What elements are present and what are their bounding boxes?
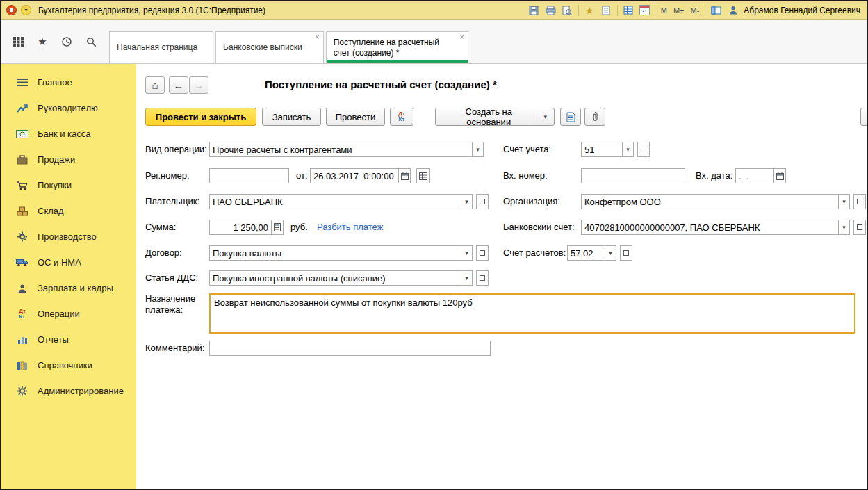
tab-home[interactable]: Начальная страница <box>109 31 213 63</box>
sections-sidebar: Главное Руководителю Банк и касса Продаж… <box>1 64 136 490</box>
payment-purpose-field[interactable]: Возврат неиспользованной суммы от покупк… <box>209 293 855 334</box>
bank-account-choose-button[interactable] <box>853 220 866 235</box>
payer-choose-button[interactable] <box>476 194 489 209</box>
split-payment-link[interactable]: Разбить платеж <box>317 220 383 235</box>
favorites-icon[interactable]: ★ <box>36 35 49 48</box>
incoming-number-input[interactable] <box>581 168 685 183</box>
user-name: Абрамов Геннадий Сергеевич <box>744 6 860 15</box>
cash-flow-item-choose-button[interactable] <box>476 270 489 286</box>
windows-icon[interactable] <box>710 5 722 16</box>
sidebar-item-warehouse[interactable]: Склад <box>1 198 136 224</box>
memory-m-plus-button[interactable]: М+ <box>673 6 685 15</box>
settlement-account-dropdown-icon[interactable]: ▾ <box>605 245 616 261</box>
form-area: ⌂ ← → Поступление на расчетный счет (соз… <box>136 64 868 490</box>
payer-input[interactable] <box>209 194 461 209</box>
incoming-date-calendar-button[interactable] <box>773 168 786 183</box>
payer-dropdown-icon[interactable]: ▾ <box>461 194 473 209</box>
contract-input[interactable] <box>209 245 461 261</box>
gear-factory-icon <box>15 231 30 242</box>
bank-account-dropdown-icon[interactable]: ▾ <box>838 220 850 235</box>
account-choose-button[interactable] <box>637 142 650 157</box>
sidebar-item-bank-cash[interactable]: Банк и касса <box>1 121 136 147</box>
create-based-on-button[interactable]: Создать на основании▾ <box>435 108 555 126</box>
date-calendar-button[interactable] <box>398 168 411 183</box>
debit-credit-icon: ДтКт <box>15 309 30 320</box>
sidebar-item-fixed-assets[interactable]: ОС и НМА <box>1 250 136 275</box>
organization-choose-button[interactable] <box>853 194 866 209</box>
home-button[interactable]: ⌂ <box>145 76 165 94</box>
sidebar-item-production[interactable]: Производство <box>1 224 136 250</box>
contract-dropdown-icon[interactable]: ▾ <box>461 245 473 261</box>
account-dropdown-icon[interactable]: ▾ <box>622 142 634 157</box>
sidebar-item-label: Продажи <box>38 154 75 165</box>
memory-m-minus-button[interactable]: М- <box>689 6 700 15</box>
settlement-account-input[interactable] <box>567 245 605 261</box>
tab-label: Начальная страница <box>117 42 197 53</box>
settlement-account-choose-button[interactable] <box>620 245 632 261</box>
account-input[interactable] <box>581 142 623 157</box>
person-icon <box>15 284 30 293</box>
banknote-icon <box>15 130 30 138</box>
save-icon[interactable] <box>528 5 540 16</box>
report-button[interactable] <box>560 108 581 126</box>
post-and-close-button[interactable]: Провести и закрыть <box>145 108 256 126</box>
notes-icon[interactable] <box>600 5 612 16</box>
show-postings-button[interactable]: ДтКт <box>390 108 413 126</box>
forward-button[interactable]: → <box>189 76 208 94</box>
tab-receipt-to-account[interactable]: Поступление на расчетный счет (создание)… <box>326 31 468 63</box>
amount-input[interactable] <box>209 220 272 235</box>
print-icon[interactable] <box>545 5 557 16</box>
currency-label: руб. <box>290 220 308 235</box>
sections-menu-icon[interactable] <box>12 35 24 48</box>
app-icon[interactable] <box>6 5 17 15</box>
print-preview-icon[interactable] <box>562 5 573 16</box>
grid-icon <box>419 172 427 180</box>
reg-number-input[interactable] <box>209 168 289 183</box>
main-menu-icon[interactable]: ▾ <box>21 5 31 15</box>
sidebar-item-label: Покупки <box>38 180 72 190</box>
sidebar-item-main[interactable]: Главное <box>1 70 136 95</box>
attachments-button[interactable] <box>584 108 605 126</box>
sidebar-item-sales[interactable]: Продажи <box>1 147 136 172</box>
close-icon[interactable]: × <box>315 33 319 41</box>
account-label: Счет учета: <box>503 142 551 157</box>
sidebar-item-purchases[interactable]: Покупки <box>1 172 136 198</box>
document-icon <box>566 112 575 122</box>
favorites-star-icon[interactable]: ★ <box>584 5 596 16</box>
write-button[interactable]: Записать <box>262 108 321 126</box>
calendar-icon[interactable]: 31 <box>639 5 650 15</box>
memory-m-button[interactable]: М <box>660 6 668 15</box>
close-icon[interactable]: × <box>459 33 464 41</box>
cash-flow-item-dropdown-icon[interactable]: ▾ <box>461 270 473 286</box>
tab-bank-statements[interactable]: Банковские выписки × <box>215 31 324 63</box>
date-input[interactable] <box>310 168 399 183</box>
sidebar-item-administration[interactable]: Администрирование <box>1 378 136 404</box>
contract-choose-button[interactable] <box>476 245 489 261</box>
sidebar-item-manager[interactable]: Руководителю <box>1 95 136 121</box>
post-button[interactable]: Провести <box>326 108 385 126</box>
back-button[interactable]: ← <box>169 76 188 94</box>
bank-account-input[interactable] <box>581 220 839 235</box>
text-cursor <box>473 298 473 307</box>
more-button-partial[interactable] <box>860 108 868 126</box>
amount-calculator-button[interactable] <box>271 220 284 235</box>
history-icon[interactable] <box>60 35 73 48</box>
open-icon <box>857 199 862 204</box>
comment-input[interactable] <box>209 341 491 356</box>
cash-flow-item-input[interactable] <box>209 270 461 286</box>
sidebar-item-label: Банк и касса <box>38 129 91 139</box>
operation-type-input[interactable] <box>209 142 473 157</box>
payment-purpose-label: Назначение платежа: <box>145 293 206 316</box>
schedule-button[interactable] <box>416 168 430 183</box>
user-icon[interactable] <box>727 5 739 16</box>
sidebar-item-reports[interactable]: Отчеты <box>1 327 136 352</box>
sidebar-item-directories[interactable]: Справочники <box>1 352 136 378</box>
table-icon[interactable] <box>623 5 634 16</box>
search-icon[interactable] <box>85 35 97 48</box>
organization-dropdown-icon[interactable]: ▾ <box>838 194 850 209</box>
incoming-date-input[interactable] <box>735 168 774 183</box>
organization-input[interactable] <box>581 194 839 209</box>
sidebar-item-payroll-hr[interactable]: Зарплата и кадры <box>1 275 136 301</box>
sidebar-item-operations[interactable]: ДтКт Операции <box>1 301 136 327</box>
operation-type-dropdown-icon[interactable]: ▾ <box>472 142 484 157</box>
